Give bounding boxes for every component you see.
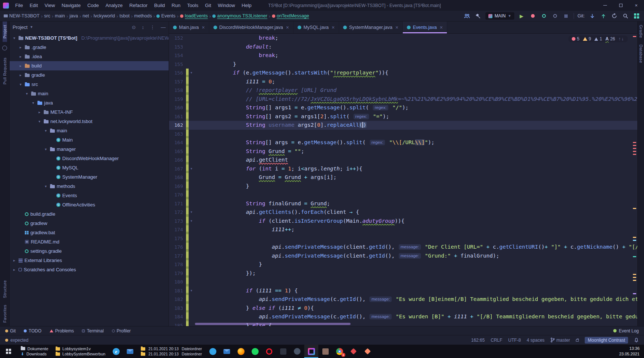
caret-position[interactable]: 162:65 [471,338,485,343]
git-push-button[interactable] [600,12,607,20]
line-number[interactable]: 168 [169,173,186,182]
chevron-icon[interactable]: ▾ [31,101,36,105]
line-number[interactable]: 159 [169,95,186,104]
chevron-icon[interactable]: ▾ [24,92,29,96]
breadcrumb-src[interactable]: src [44,13,50,19]
code-line[interactable]: 156▾ if (e.getMessage().startsWith("!rep… [169,69,637,77]
minimize-button[interactable] [597,0,613,11]
tree-item[interactable]: gradlew [10,219,169,228]
tree-item[interactable]: ▸META-INF [10,107,169,117]
code-line[interactable]: 177 api.sendPrivateMessage(client.getId(… [169,252,637,261]
code-line[interactable]: 159 // [URL=client://72/JxVCZGLgaQG5rhyL… [169,95,637,104]
maximize-button[interactable] [613,0,628,11]
code-line[interactable]: 178 } [169,260,637,269]
chevron-icon[interactable]: ▸ [12,258,17,262]
file-encoding[interactable]: UTF-8 [508,338,521,343]
menu-analyze[interactable]: Analyze [102,1,126,10]
code-line[interactable]: 167▾ for (int i = 1; i<args.length; i++)… [169,165,637,173]
chevron-down-icon[interactable]: ▼ [30,25,33,29]
error-stripe-mark[interactable] [633,256,636,257]
tree-item[interactable]: Events [10,191,169,200]
breadcrumb-ontextmessage[interactable]: onTextMessage [272,13,309,19]
chevron-icon[interactable]: ▸ [12,268,17,272]
taskbar-app-diamond1[interactable] [346,345,361,358]
lock-icon[interactable] [576,339,579,342]
tree-item[interactable]: ▾net.lvckyworld.tsbot [10,117,169,126]
tree-item[interactable]: ▾java [10,98,169,107]
breadcrumb-java[interactable]: java [70,13,78,19]
breadcrumb-events[interactable]: Events [156,13,175,19]
code-line[interactable]: 165 String Grund = ""; [169,147,637,156]
code-line[interactable]: 153 default: [169,43,637,52]
menu-code[interactable]: Code [84,1,102,10]
tree-item[interactable]: ▾manager [10,145,169,154]
toolwindow-button-profiler[interactable]: Profiler [112,328,131,334]
line-number[interactable]: 182 [169,295,186,304]
tree-item[interactable]: ▾src [10,80,169,89]
error-stripe-mark[interactable] [633,142,636,143]
code-line[interactable]: 179 }); [169,269,637,278]
locate-file-icon[interactable]: ⊙ [132,24,136,30]
line-number[interactable]: 162 [169,121,186,130]
tab-close-icon[interactable]: × [202,24,205,30]
toolwindow-button-gradle[interactable]: Gradle [639,21,643,41]
tree-item[interactable]: build.gradle [10,209,169,219]
code-lines[interactable]: 152 break;153 default:154 break;155 }156… [169,34,637,326]
tree-item[interactable]: ▾methods [10,182,169,191]
chevron-icon[interactable]: ▸ [18,64,23,68]
tree-item[interactable]: ▸External Libraries [10,256,169,265]
line-number[interactable]: 174 [169,225,186,234]
menu-file[interactable]: File [12,1,26,10]
line-ending[interactable]: CRLF [491,338,502,343]
fold-icon[interactable]: ▾ [189,208,194,217]
line-number[interactable]: 164 [169,138,186,147]
tree-item[interactable]: README.md [10,237,169,246]
expand-all-icon[interactable]: ↕ [142,24,145,30]
editor-tab-events.java[interactable]: Events.java× [403,21,447,33]
line-number[interactable]: 163 [169,130,186,139]
indent-setting[interactable]: 4 spaces [527,338,545,343]
tree-item[interactable]: Main [10,135,169,145]
line-number[interactable]: 178 [169,260,186,269]
tab-close-icon[interactable]: × [332,24,335,30]
error-stripe-mark[interactable] [633,237,636,238]
code-line[interactable]: 160 String[] args1 = e.getMessage().spli… [169,103,637,112]
breadcrumb-loadevents[interactable]: loadEvents [180,13,208,19]
stop-button[interactable] [562,12,570,20]
code-line[interactable]: 173▾ if (client.isInServerGroup(Main.adu… [169,217,637,226]
chevron-icon[interactable]: ▾ [37,119,42,123]
code-line[interactable]: 168 Grund = Grund + args[i]; [169,173,637,182]
tree-item[interactable]: ▾main [10,89,169,98]
line-number[interactable]: 155 [169,60,186,69]
tab-close-icon[interactable]: × [440,24,443,30]
tree-item[interactable]: ▸build [10,61,169,70]
code-line[interactable]: 180 [169,278,637,286]
line-number[interactable]: 171 [169,199,186,208]
code-line[interactable]: 161 String[] args2 = args1[2].split( reg… [169,112,637,121]
next-prev-error-arrows[interactable]: ↑↓ [618,36,624,42]
code-line[interactable]: 184 api.sendPrivateMessage(c.getId(), me… [169,312,637,321]
layout-grid-icon[interactable] [633,12,640,20]
fold-icon[interactable]: ▾ [189,165,194,173]
code-line[interactable]: 169 } [169,182,637,191]
run-coverage-button[interactable] [540,12,548,20]
run-button[interactable]: ▶ [518,12,525,20]
line-number[interactable]: 153 [169,43,186,52]
breadcrumb-new-ts3bot[interactable]: NEW-TS3BOT [4,13,40,19]
error-stripe-mark[interactable] [633,240,636,241]
breadcrumb-tsbot[interactable]: tsbot [120,13,130,19]
horizontal-scrollbar[interactable] [195,323,351,325]
code-line[interactable]: 174 i111++; [169,225,637,234]
tree-item[interactable]: ▸Scratches and Consoles [10,265,169,274]
line-number[interactable]: 167 [169,165,186,173]
line-number[interactable]: 158 [169,86,186,95]
commit-icon[interactable] [2,46,7,50]
chevron-icon[interactable]: ▸ [18,45,23,49]
tree-item[interactable]: ▸.gradle [10,43,169,52]
search-everywhere-icon[interactable] [622,12,629,20]
taskbar-app-box[interactable] [318,345,332,358]
profiler-button[interactable] [551,12,559,20]
line-number[interactable]: 173 [169,217,186,226]
chevron-icon[interactable]: ▸ [18,73,23,77]
error-stripe-mark[interactable] [633,277,636,278]
